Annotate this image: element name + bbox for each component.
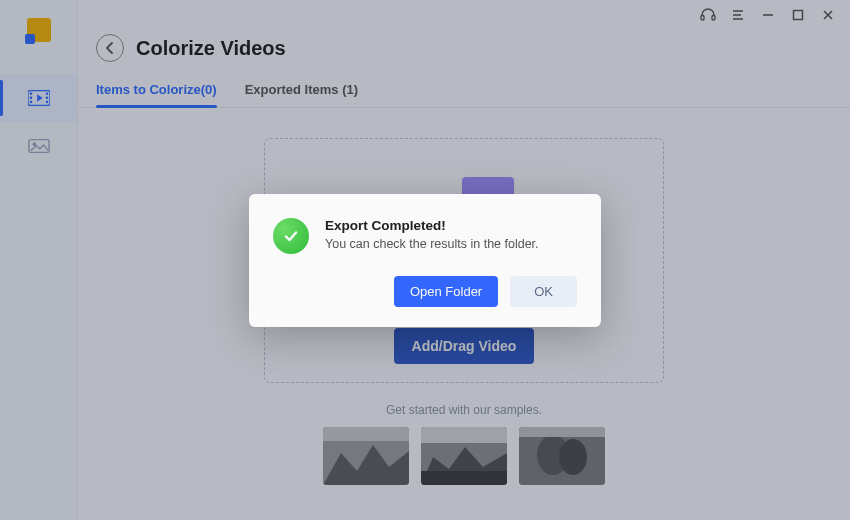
open-folder-button-label: Open Folder [410, 284, 482, 299]
app-window: Colorize Videos Items to Colorize(0) Exp… [0, 0, 850, 520]
ok-button[interactable]: OK [510, 276, 577, 307]
modal-overlay: Export Completed! You can check the resu… [0, 0, 850, 520]
dialog-title: Export Completed! [325, 218, 539, 233]
export-completed-dialog: Export Completed! You can check the resu… [249, 194, 601, 327]
ok-button-label: OK [534, 284, 553, 299]
success-icon [273, 218, 309, 254]
dialog-message: You can check the results in the folder. [325, 237, 539, 251]
open-folder-button[interactable]: Open Folder [394, 276, 498, 307]
